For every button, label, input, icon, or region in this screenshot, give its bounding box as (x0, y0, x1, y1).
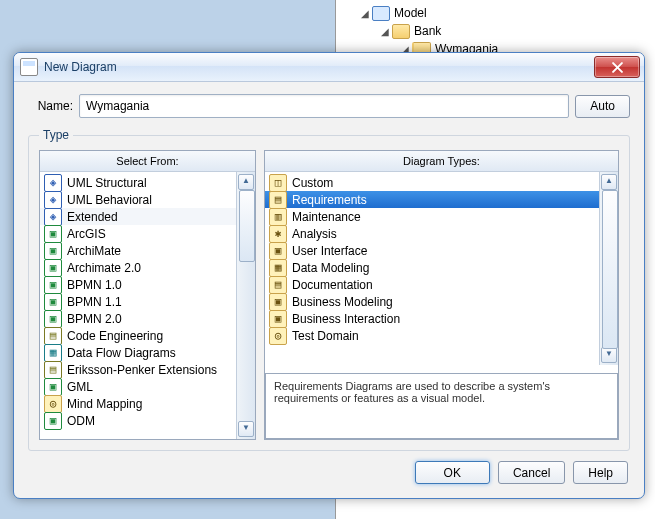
list-item-label: Business Interaction (292, 312, 400, 326)
list-item-label: Eriksson-Penker Extensions (67, 363, 217, 377)
list-item-label: Extended (67, 210, 118, 224)
category-icon: ▣ (44, 293, 62, 311)
scroll-up-icon[interactable]: ▲ (601, 174, 617, 190)
scroll-thumb[interactable] (239, 190, 255, 262)
close-icon (612, 62, 623, 73)
list-item-label: ArcGIS (67, 227, 106, 241)
list-item[interactable]: ◈Extended (40, 208, 236, 225)
list-item[interactable]: ◎Mind Mapping (40, 395, 236, 412)
category-icon: ▣ (44, 225, 62, 243)
type-fieldset: Type Select From: ◈UML Structural◈UML Be… (28, 128, 630, 451)
help-button[interactable]: Help (573, 461, 628, 484)
list-item[interactable]: ▣BPMN 2.0 (40, 310, 236, 327)
list-item[interactable]: ▦Data Flow Diagrams (40, 344, 236, 361)
list-item-label: Documentation (292, 278, 373, 292)
dialog-icon (20, 58, 38, 76)
list-item[interactable]: ▣ArcGIS (40, 225, 236, 242)
new-diagram-dialog: New Diagram Name: Auto Type Select From:… (13, 52, 645, 499)
scroll-thumb[interactable] (602, 190, 618, 349)
list-item[interactable]: ▣ODM (40, 412, 236, 429)
list-item-label: Maintenance (292, 210, 361, 224)
list-item-label: Data Flow Diagrams (67, 346, 176, 360)
list-item[interactable]: ◫Custom (265, 174, 599, 191)
list-item[interactable]: ▦Data Modeling (265, 259, 599, 276)
list-item[interactable]: ▤Documentation (265, 276, 599, 293)
cancel-button[interactable]: Cancel (498, 461, 565, 484)
scrollbar[interactable]: ▲ ▼ (236, 172, 255, 439)
category-icon: ▣ (44, 378, 62, 396)
diagram-types-list[interactable]: ◫Custom▤Requirements▥Maintenance✱Analysi… (265, 172, 599, 365)
list-item[interactable]: ▣BPMN 1.0 (40, 276, 236, 293)
list-item[interactable]: ◈UML Structural (40, 174, 236, 191)
description-box: Requirements Diagrams are used to descri… (265, 373, 618, 439)
list-item-label: BPMN 1.1 (67, 295, 122, 309)
diagram-icon: ▦ (269, 259, 287, 277)
list-item-label: Requirements (292, 193, 367, 207)
list-item-label: Mind Mapping (67, 397, 142, 411)
scroll-track[interactable] (239, 190, 253, 421)
category-icon: ▣ (44, 310, 62, 328)
list-item[interactable]: ▥Maintenance (265, 208, 599, 225)
ok-button[interactable]: OK (415, 461, 490, 484)
list-item[interactable]: ▤Requirements (265, 191, 599, 208)
list-item-label: UML Structural (67, 176, 147, 190)
diagram-icon: ✱ (269, 225, 287, 243)
list-item-label: Custom (292, 176, 333, 190)
category-icon: ▦ (44, 344, 62, 362)
select-from-pane: Select From: ◈UML Structural◈UML Behavio… (39, 150, 256, 440)
list-item[interactable]: ▣BPMN 1.1 (40, 293, 236, 310)
list-item[interactable]: ▤Eriksson-Penker Extensions (40, 361, 236, 378)
category-icon: ▣ (44, 242, 62, 260)
list-item-label: Business Modeling (292, 295, 393, 309)
category-icon: ◎ (44, 395, 62, 413)
list-item[interactable]: ◈UML Behavioral (40, 191, 236, 208)
list-item-label: User Interface (292, 244, 367, 258)
list-item[interactable]: ▣GML (40, 378, 236, 395)
list-item-label: Data Modeling (292, 261, 369, 275)
list-item[interactable]: ▤Code Engineering (40, 327, 236, 344)
name-input[interactable] (79, 94, 569, 118)
list-item-label: UML Behavioral (67, 193, 152, 207)
category-icon: ▤ (44, 361, 62, 379)
diagram-icon: ▣ (269, 293, 287, 311)
diagram-icon: ▤ (269, 191, 287, 209)
diagram-icon: ◫ (269, 174, 287, 192)
list-item[interactable]: ▣Business Interaction (265, 310, 599, 327)
category-icon: ▣ (44, 276, 62, 294)
category-icon: ◈ (44, 191, 62, 209)
scroll-up-icon[interactable]: ▲ (238, 174, 254, 190)
list-item[interactable]: ▣User Interface (265, 242, 599, 259)
close-button[interactable] (594, 56, 640, 78)
select-from-header: Select From: (40, 151, 255, 172)
list-item-label: Test Domain (292, 329, 359, 343)
category-icon: ▤ (44, 327, 62, 345)
list-item[interactable]: ✱Analysis (265, 225, 599, 242)
titlebar[interactable]: New Diagram (14, 53, 644, 82)
auto-button[interactable]: Auto (575, 95, 630, 118)
list-item-label: GML (67, 380, 93, 394)
list-item-label: Code Engineering (67, 329, 163, 343)
diagram-icon: ▣ (269, 242, 287, 260)
category-icon: ◈ (44, 174, 62, 192)
diagram-icon: ▣ (269, 310, 287, 328)
list-item-label: ArchiMate (67, 244, 121, 258)
type-legend: Type (39, 128, 73, 142)
diagram-icon: ◎ (269, 327, 287, 345)
scroll-down-icon[interactable]: ▼ (601, 347, 617, 363)
category-icon: ▣ (44, 259, 62, 277)
list-item[interactable]: ▣Business Modeling (265, 293, 599, 310)
scroll-track[interactable] (602, 190, 616, 347)
scrollbar[interactable]: ▲ ▼ (599, 172, 618, 365)
category-icon: ◈ (44, 208, 62, 226)
list-item[interactable]: ▣Archimate 2.0 (40, 259, 236, 276)
diagram-types-header: Diagram Types: (265, 151, 618, 172)
list-item-label: Analysis (292, 227, 337, 241)
list-item-label: Archimate 2.0 (67, 261, 141, 275)
list-item[interactable]: ◎Test Domain (265, 327, 599, 344)
list-item[interactable]: ▣ArchiMate (40, 242, 236, 259)
list-item-label: BPMN 2.0 (67, 312, 122, 326)
select-from-list[interactable]: ◈UML Structural◈UML Behavioral◈Extended▣… (40, 172, 236, 439)
scroll-down-icon[interactable]: ▼ (238, 421, 254, 437)
list-item-label: BPMN 1.0 (67, 278, 122, 292)
diagram-icon: ▤ (269, 276, 287, 294)
